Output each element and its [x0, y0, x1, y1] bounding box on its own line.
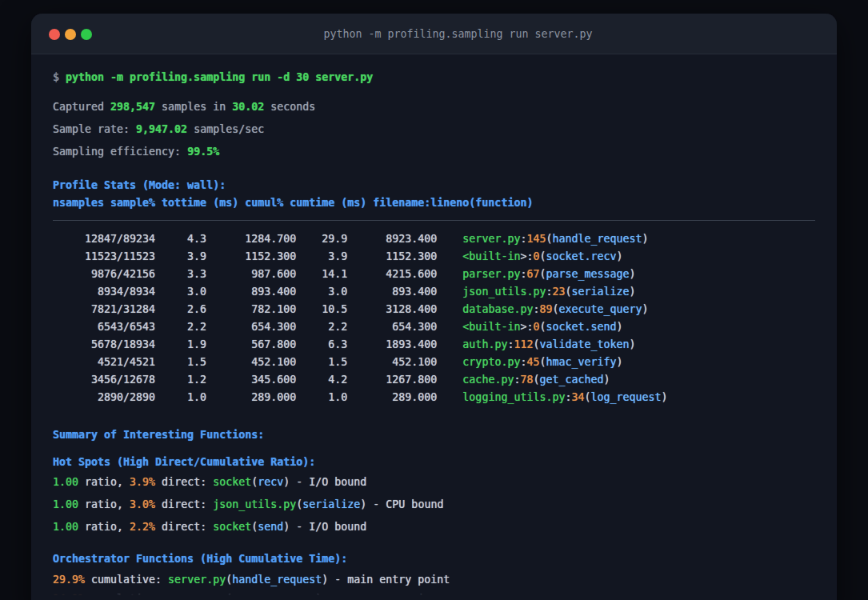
- text-segment: 5678/18934 1.9 567.800 6.3 1893.400: [53, 338, 462, 350]
- text-segment: 1.00: [53, 521, 78, 533]
- text-segment: ): [617, 356, 623, 368]
- text-segment: parse_message: [546, 268, 629, 280]
- text-segment: handle_request: [552, 233, 642, 245]
- text-segment: handle_request: [232, 574, 322, 586]
- text-segment: ratio,: [78, 521, 130, 533]
- text-segment: socket: [213, 521, 251, 533]
- text-segment: ): [630, 338, 636, 350]
- text-segment: ): [662, 391, 668, 403]
- text-segment: 6543/6543 2.2 654.300 2.2 654.300: [53, 321, 462, 333]
- stat-efficiency: Sampling efficiency: 99.5%: [53, 143, 219, 161]
- text-segment: direct:: [155, 476, 213, 488]
- text-segment: Sampling efficiency:: [53, 146, 187, 158]
- text-segment: socket.send: [546, 321, 616, 333]
- text-segment: 45: [526, 356, 539, 368]
- text-segment: Orchestrator Functions (High Cumulative …: [53, 553, 347, 565]
- hot-spot-line: 1.00 ratio, 3.9% direct: socket(recv) - …: [53, 474, 366, 491]
- text-segment: socket.recv: [546, 250, 616, 262]
- table-row: 4521/4521 1.5 452.100 1.5 452.100 crypto…: [53, 354, 623, 371]
- text-segment: nsamples sample% tottime (ms) cumul% cum…: [53, 197, 533, 209]
- text-segment: 99.5%: [187, 146, 219, 158]
- text-segment: 298,547: [110, 101, 155, 113]
- text-segment: 2.2%: [130, 521, 155, 533]
- text-segment: json_utils.py: [213, 498, 296, 510]
- text-segment: Summary of Interesting Functions:: [53, 429, 264, 441]
- table-row: 11523/11523 3.9 1152.300 3.9 1152.300 <b…: [53, 248, 623, 266]
- terminal-window: python -m profiling.sampling run server.…: [31, 14, 837, 600]
- text-segment: socket: [213, 476, 251, 488]
- table-row: 9876/42156 3.3 987.600 14.1 4215.600 par…: [53, 266, 636, 283]
- text-segment: 1.00: [53, 476, 78, 488]
- table-row: 2890/2890 1.0 289.000 1.0 289.000 loggin…: [53, 389, 668, 406]
- text-segment: ) - main entry point: [322, 574, 450, 586]
- text-segment: ): [642, 303, 649, 315]
- text-segment: 11523/11523 3.9 1152.300 3.9 1152.300: [53, 250, 462, 262]
- table-header: nsamples sample% tottime (ms) cumul% cum…: [53, 194, 533, 212]
- text-segment: ): [630, 268, 636, 280]
- text-segment: 34: [571, 391, 584, 403]
- text-segment: <built-in: [462, 250, 520, 262]
- text-segment: 145: [526, 233, 546, 245]
- text-segment: samples/sec: [187, 123, 264, 135]
- text-segment: logging_utils.py: [462, 391, 565, 403]
- orchestrator-line: 29.9% cumulative: server.py(handle_reque…: [53, 571, 450, 589]
- table-row: 5678/18934 1.9 567.800 6.3 1893.400 auth…: [53, 336, 636, 354]
- text-segment: 3.0%: [130, 498, 155, 510]
- table-row: 6543/6543 2.2 654.300 2.2 654.300 <built…: [53, 318, 623, 336]
- text-segment: 9876/42156 3.3 987.600 14.1 4215.600: [53, 268, 462, 280]
- text-segment: 112: [514, 338, 533, 350]
- table-divider: [53, 220, 815, 221]
- text-segment: >:: [520, 321, 533, 333]
- table-row: 7821/31284 2.6 782.100 10.5 3128.400 dat…: [53, 301, 649, 318]
- heading-hot-spots: Hot Spots (High Direct/Cumulative Ratio)…: [53, 454, 315, 471]
- text-segment: json_utils.py: [462, 286, 546, 298]
- text-segment: 3456/12678 1.2 345.600 4.2 1267.800: [53, 374, 462, 386]
- stat-sample-rate: Sample rate: 9,947.02 samples/sec: [53, 121, 264, 138]
- table-row: 3456/12678 1.2 345.600 4.2 1267.800 cach…: [53, 371, 610, 389]
- text-segment: serialize: [302, 498, 360, 510]
- text-segment: Profile Stats (Mode: wall):: [53, 179, 226, 191]
- stat-captured: Captured 298,547 samples in 30.02 second…: [53, 98, 315, 116]
- text-segment: ) - I/O bound: [283, 476, 366, 488]
- text-segment: get_cached: [539, 374, 603, 386]
- table-row: 8934/8934 3.0 893.400 3.0 893.400 json_u…: [53, 283, 636, 301]
- text-segment: serialize: [571, 286, 629, 298]
- text-segment: 7821/31284 2.6 782.100 10.5 3128.400: [53, 303, 462, 315]
- text-segment: ratio,: [78, 476, 130, 488]
- text-segment: samples in: [155, 101, 232, 113]
- text-segment: database.py: [462, 303, 533, 315]
- text-segment: 67: [526, 268, 539, 280]
- text-segment: 8934/8934 3.0 893.400 3.0 893.400: [53, 286, 462, 298]
- text-segment: parser.py: [462, 268, 520, 280]
- text-segment: direct:: [155, 498, 213, 510]
- text-segment: Sample rate:: [53, 123, 136, 135]
- text-segment: $: [53, 71, 66, 83]
- text-segment: 4521/4521 1.5 452.100 1.5 452.100: [53, 356, 462, 368]
- text-segment: cache.py: [462, 374, 514, 386]
- hot-spot-line: 1.00 ratio, 3.0% direct: json_utils.py(s…: [53, 496, 443, 514]
- text-segment: 9,947.02: [136, 123, 187, 135]
- table-row: 12847/89234 4.3 1284.700 29.9 8923.400 s…: [53, 230, 649, 248]
- text-segment: 23: [552, 286, 565, 298]
- text-segment: cumulative:: [85, 574, 168, 586]
- text-segment: ): [617, 250, 623, 262]
- bottom-fade-overlay: [31, 587, 837, 600]
- text-segment: hmac_verify: [546, 356, 616, 368]
- terminal-content: $ python -m profiling.sampling run -d 30…: [31, 14, 837, 600]
- text-segment: log_request: [591, 391, 662, 403]
- prompt-line: $ python -m profiling.sampling run -d 30…: [53, 69, 373, 86]
- text-segment: 12847/89234 4.3 1284.700 29.9 8923.400: [53, 233, 462, 245]
- text-segment: ): [642, 233, 649, 245]
- text-segment: 78: [520, 374, 533, 386]
- text-segment: crypto.py: [462, 356, 520, 368]
- text-segment: ): [604, 374, 610, 386]
- text-segment: ratio,: [78, 498, 130, 510]
- text-segment: 3.9%: [130, 476, 155, 488]
- text-segment: 1.00: [53, 498, 78, 510]
- text-segment: send: [258, 521, 283, 533]
- text-segment: ) - I/O bound: [283, 521, 366, 533]
- text-segment: python -m profiling.sampling run -d 30 s…: [66, 71, 373, 83]
- text-segment: direct:: [155, 521, 213, 533]
- text-segment: seconds: [264, 101, 315, 113]
- text-segment: auth.py: [462, 338, 507, 350]
